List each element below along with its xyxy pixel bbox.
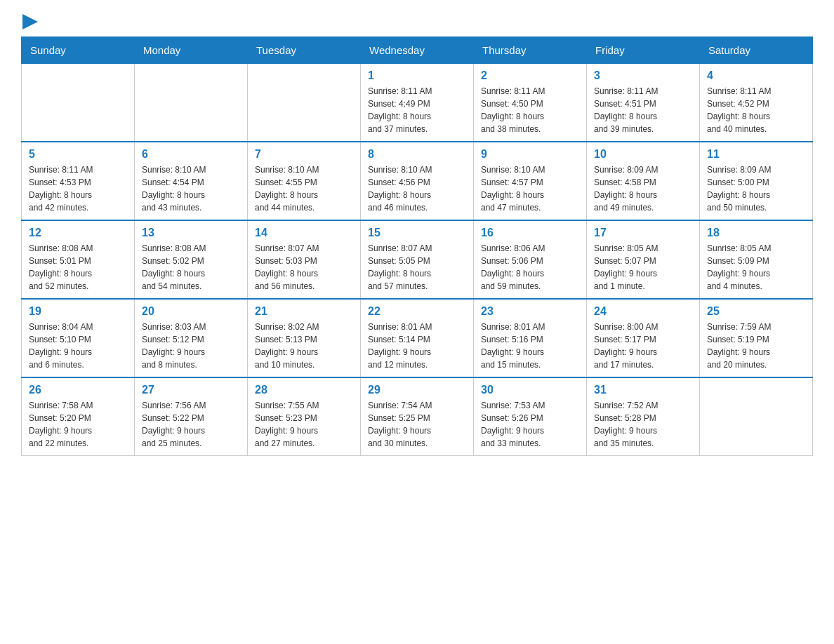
- day-number: 3: [594, 69, 692, 82]
- day-info: Sunrise: 8:11 AM Sunset: 4:51 PM Dayligh…: [594, 85, 692, 135]
- day-info: Sunrise: 8:04 AM Sunset: 5:10 PM Dayligh…: [29, 321, 127, 371]
- logo: [21, 14, 38, 29]
- day-info: Sunrise: 8:05 AM Sunset: 5:07 PM Dayligh…: [594, 242, 692, 293]
- day-number: 16: [481, 227, 579, 239]
- calendar-header-tuesday: Tuesday: [248, 37, 361, 64]
- calendar-cell: 1Sunrise: 8:11 AM Sunset: 4:49 PM Daylig…: [361, 64, 474, 142]
- day-number: 17: [594, 227, 692, 239]
- day-info: Sunrise: 8:10 AM Sunset: 4:54 PM Dayligh…: [142, 163, 240, 214]
- calendar-cell: [248, 64, 361, 142]
- calendar-cell: 12Sunrise: 8:08 AM Sunset: 5:01 PM Dayli…: [22, 220, 135, 299]
- day-info: Sunrise: 8:11 AM Sunset: 4:53 PM Dayligh…: [29, 163, 127, 214]
- calendar-cell: 26Sunrise: 7:58 AM Sunset: 5:20 PM Dayli…: [22, 377, 135, 456]
- calendar-week-row: 26Sunrise: 7:58 AM Sunset: 5:20 PM Dayli…: [22, 377, 813, 456]
- svg-marker-0: [22, 14, 38, 29]
- day-number: 20: [142, 305, 240, 318]
- calendar-cell: 6Sunrise: 8:10 AM Sunset: 4:54 PM Daylig…: [135, 142, 248, 220]
- day-info: Sunrise: 8:05 AM Sunset: 5:09 PM Dayligh…: [707, 242, 805, 293]
- day-number: 14: [255, 227, 353, 239]
- day-number: 28: [255, 384, 353, 396]
- day-info: Sunrise: 8:06 AM Sunset: 5:06 PM Dayligh…: [481, 242, 579, 293]
- day-info: Sunrise: 8:07 AM Sunset: 5:05 PM Dayligh…: [368, 242, 466, 293]
- day-number: 24: [594, 305, 692, 318]
- day-info: Sunrise: 8:01 AM Sunset: 5:14 PM Dayligh…: [368, 321, 466, 371]
- logo-triangle-icon: [22, 14, 38, 29]
- day-number: 21: [255, 305, 353, 318]
- day-info: Sunrise: 7:59 AM Sunset: 5:19 PM Dayligh…: [707, 321, 805, 371]
- calendar-cell: 28Sunrise: 7:55 AM Sunset: 5:23 PM Dayli…: [248, 377, 361, 456]
- calendar-week-row: 5Sunrise: 8:11 AM Sunset: 4:53 PM Daylig…: [22, 142, 813, 220]
- calendar-cell: 2Sunrise: 8:11 AM Sunset: 4:50 PM Daylig…: [474, 64, 587, 142]
- day-number: 5: [29, 148, 127, 161]
- day-number: 18: [707, 227, 805, 239]
- day-number: 11: [707, 148, 805, 161]
- day-info: Sunrise: 8:02 AM Sunset: 5:13 PM Dayligh…: [255, 321, 353, 371]
- calendar-header-thursday: Thursday: [474, 37, 587, 64]
- calendar-table: SundayMondayTuesdayWednesdayThursdayFrid…: [21, 36, 813, 456]
- day-number: 30: [481, 384, 579, 396]
- day-number: 25: [707, 305, 805, 318]
- day-number: 1: [368, 69, 466, 82]
- calendar-cell: 9Sunrise: 8:10 AM Sunset: 4:57 PM Daylig…: [474, 142, 587, 220]
- day-number: 15: [368, 227, 466, 239]
- day-number: 8: [368, 148, 466, 161]
- calendar-cell: 25Sunrise: 7:59 AM Sunset: 5:19 PM Dayli…: [700, 299, 813, 377]
- calendar-cell: 5Sunrise: 8:11 AM Sunset: 4:53 PM Daylig…: [22, 142, 135, 220]
- calendar-header-friday: Friday: [587, 37, 700, 64]
- calendar-cell: 4Sunrise: 8:11 AM Sunset: 4:52 PM Daylig…: [700, 64, 813, 142]
- calendar-cell: 17Sunrise: 8:05 AM Sunset: 5:07 PM Dayli…: [587, 220, 700, 299]
- day-number: 6: [142, 148, 240, 161]
- day-info: Sunrise: 7:53 AM Sunset: 5:26 PM Dayligh…: [481, 399, 579, 450]
- day-info: Sunrise: 8:11 AM Sunset: 4:52 PM Dayligh…: [707, 85, 805, 135]
- day-info: Sunrise: 8:11 AM Sunset: 4:49 PM Dayligh…: [368, 85, 466, 135]
- calendar-cell: [22, 64, 135, 142]
- calendar-header-sunday: Sunday: [22, 37, 135, 64]
- day-info: Sunrise: 8:10 AM Sunset: 4:55 PM Dayligh…: [255, 163, 353, 214]
- day-info: Sunrise: 8:10 AM Sunset: 4:57 PM Dayligh…: [481, 163, 579, 214]
- calendar-cell: 21Sunrise: 8:02 AM Sunset: 5:13 PM Dayli…: [248, 299, 361, 377]
- day-number: 29: [368, 384, 466, 396]
- day-info: Sunrise: 8:03 AM Sunset: 5:12 PM Dayligh…: [142, 321, 240, 371]
- calendar-cell: 22Sunrise: 8:01 AM Sunset: 5:14 PM Dayli…: [361, 299, 474, 377]
- calendar-cell: 14Sunrise: 8:07 AM Sunset: 5:03 PM Dayli…: [248, 220, 361, 299]
- day-info: Sunrise: 7:58 AM Sunset: 5:20 PM Dayligh…: [29, 399, 127, 450]
- calendar-cell: 19Sunrise: 8:04 AM Sunset: 5:10 PM Dayli…: [22, 299, 135, 377]
- day-number: 23: [481, 305, 579, 318]
- calendar-cell: 27Sunrise: 7:56 AM Sunset: 5:22 PM Dayli…: [135, 377, 248, 456]
- calendar-header-wednesday: Wednesday: [361, 37, 474, 64]
- day-number: 26: [29, 384, 127, 396]
- page-header: [21, 14, 813, 29]
- day-number: 2: [481, 69, 579, 82]
- day-info: Sunrise: 8:09 AM Sunset: 5:00 PM Dayligh…: [707, 163, 805, 214]
- day-number: 7: [255, 148, 353, 161]
- day-number: 22: [368, 305, 466, 318]
- calendar-header-row: SundayMondayTuesdayWednesdayThursdayFrid…: [22, 37, 813, 64]
- calendar-header-saturday: Saturday: [700, 37, 813, 64]
- day-number: 13: [142, 227, 240, 239]
- day-info: Sunrise: 8:10 AM Sunset: 4:56 PM Dayligh…: [368, 163, 466, 214]
- calendar-cell: 16Sunrise: 8:06 AM Sunset: 5:06 PM Dayli…: [474, 220, 587, 299]
- calendar-cell: 24Sunrise: 8:00 AM Sunset: 5:17 PM Dayli…: [587, 299, 700, 377]
- calendar-cell: 11Sunrise: 8:09 AM Sunset: 5:00 PM Dayli…: [700, 142, 813, 220]
- day-info: Sunrise: 8:08 AM Sunset: 5:01 PM Dayligh…: [29, 242, 127, 293]
- day-info: Sunrise: 7:52 AM Sunset: 5:28 PM Dayligh…: [594, 399, 692, 450]
- day-info: Sunrise: 8:11 AM Sunset: 4:50 PM Dayligh…: [481, 85, 579, 135]
- day-info: Sunrise: 7:56 AM Sunset: 5:22 PM Dayligh…: [142, 399, 240, 450]
- day-info: Sunrise: 7:54 AM Sunset: 5:25 PM Dayligh…: [368, 399, 466, 450]
- day-info: Sunrise: 8:09 AM Sunset: 4:58 PM Dayligh…: [594, 163, 692, 214]
- calendar-cell: 30Sunrise: 7:53 AM Sunset: 5:26 PM Dayli…: [474, 377, 587, 456]
- day-number: 31: [594, 384, 692, 396]
- calendar-cell: [700, 377, 813, 456]
- calendar-cell: 18Sunrise: 8:05 AM Sunset: 5:09 PM Dayli…: [700, 220, 813, 299]
- day-number: 9: [481, 148, 579, 161]
- calendar-week-row: 12Sunrise: 8:08 AM Sunset: 5:01 PM Dayli…: [22, 220, 813, 299]
- calendar-cell: 3Sunrise: 8:11 AM Sunset: 4:51 PM Daylig…: [587, 64, 700, 142]
- calendar-cell: [135, 64, 248, 142]
- day-number: 27: [142, 384, 240, 396]
- calendar-cell: 7Sunrise: 8:10 AM Sunset: 4:55 PM Daylig…: [248, 142, 361, 220]
- calendar-cell: 31Sunrise: 7:52 AM Sunset: 5:28 PM Dayli…: [587, 377, 700, 456]
- calendar-cell: 29Sunrise: 7:54 AM Sunset: 5:25 PM Dayli…: [361, 377, 474, 456]
- calendar-header-monday: Monday: [135, 37, 248, 64]
- day-info: Sunrise: 8:00 AM Sunset: 5:17 PM Dayligh…: [594, 321, 692, 371]
- day-info: Sunrise: 8:07 AM Sunset: 5:03 PM Dayligh…: [255, 242, 353, 293]
